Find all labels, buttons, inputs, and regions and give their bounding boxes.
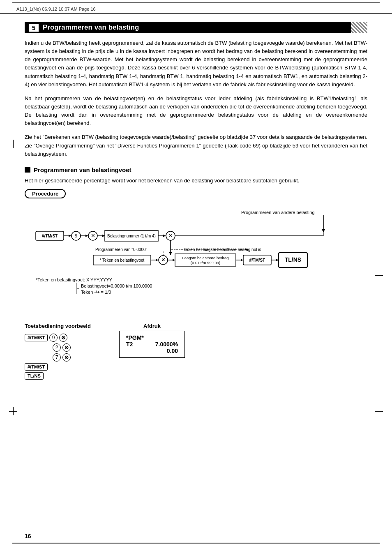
label-sign-rate: * Teken en belastingvoet <box>100 258 145 263</box>
print-box: *PGM* T2 7.0000% 0.00 <box>119 331 185 358</box>
ko-x3: ⊗ <box>62 353 71 362</box>
black-square-icon <box>25 167 30 173</box>
print-label-1: *PGM* <box>126 334 144 341</box>
label-other-tax: Programmeren van andere belasting <box>241 210 315 215</box>
print-row-1: *PGM* <box>126 334 178 341</box>
flow-diagram: Programmeren van andere belasting #/TM/S… <box>25 207 367 315</box>
page: A113_1(Ne) 06.9.12 10:07 AM Page 16 5 Pr… <box>0 0 392 555</box>
ko-2: 2 <box>53 343 61 352</box>
print-value-3: 0.00 <box>167 348 178 354</box>
ko-tlns: TL/NS <box>25 372 44 380</box>
reg-mark-tl <box>9 140 17 148</box>
cross-2: ✕ <box>168 233 173 239</box>
svg-marker-21 <box>156 259 158 261</box>
key-row-1: #/TM/ST 9 ⊗ <box>25 334 107 342</box>
svg-marker-7 <box>85 235 88 237</box>
key-tmst-2: #/TM/ST <box>249 258 265 263</box>
print-section: Afdruk *PGM* T2 7.0000% 0.00 <box>119 323 185 381</box>
key-9-flow: 9 <box>75 233 78 239</box>
svg-marker-27 <box>241 259 243 261</box>
page-number: 16 <box>25 533 31 539</box>
body-para-2: Na het programmeren van de belastingvoet… <box>25 94 367 128</box>
subsection-body: Het hier gespecificeerde percentage word… <box>25 177 367 185</box>
svg-marker-4 <box>69 235 71 237</box>
bottom-section: Toetsbediening voorbeeld #/TM/ST 9 ⊗ 2 ⊗… <box>25 323 367 381</box>
print-label-2: T2 <box>126 341 133 348</box>
header-bar: A113_1(Ne) 06.9.12 10:07 AM Page 16 <box>0 3 392 14</box>
section-number: 5 <box>29 24 39 32</box>
key-operation: Toetsbediening voorbeeld #/TM/ST 9 ⊗ 2 ⊗… <box>25 323 107 381</box>
procedure-badge: Procedure <box>25 189 66 198</box>
note3: Teken -/+ = 1/0 <box>81 290 111 295</box>
bottom-border <box>12 543 380 543</box>
section-stripe <box>351 22 367 33</box>
ko-x1: ⊗ <box>59 334 67 342</box>
label-if-zero: Indien het laagste belastbare bedrag nul… <box>184 247 261 252</box>
key-op-title: Toetsbediening voorbeeld <box>25 323 107 330</box>
body-para-3: Zie het "Berekenen van BTW (belasting to… <box>25 133 367 158</box>
print-title: Afdruk <box>119 323 185 329</box>
label-lowest-2: (0.01 t/m 999.99) <box>191 260 220 265</box>
cross-3: ✕ <box>161 257 166 263</box>
key-tlns: TL/NS <box>285 256 301 263</box>
key-row-4: #/TM/ST <box>25 363 107 371</box>
ko-9: 9 <box>49 334 58 342</box>
header-text: A113_1(Ne) 06.9.12 10:07 AM Page 16 <box>16 7 96 12</box>
reg-mark-mid-r <box>375 271 383 279</box>
key-row-2: 2 ⊗ <box>25 343 107 352</box>
svg-marker-24 <box>173 259 175 261</box>
cross-1: ✕ <box>91 233 95 239</box>
print-row-2: T2 7.0000% <box>126 341 178 348</box>
ko-tmst-2: #/TM/ST <box>25 363 48 371</box>
label-lowest-1: Laagste belastbare bedrag <box>182 256 228 260</box>
key-row-3: 7 ⊗ <box>25 353 107 362</box>
subsection-title: Programmeren van belastingvoet <box>25 166 367 173</box>
reg-mark-bl <box>9 407 17 415</box>
ko-7: 7 <box>53 353 61 362</box>
key-row-5: TL/NS <box>25 372 107 380</box>
ko-x2: ⊗ <box>62 343 71 352</box>
ko-tmst: #/TM/ST <box>25 334 48 341</box>
note2: Belastingvoet=0.0000 t/m 100.0000 <box>81 283 152 288</box>
svg-marker-1 <box>321 229 325 232</box>
print-value-2: 7.0000% <box>155 341 178 348</box>
print-row-3: 0.00 <box>126 348 178 354</box>
svg-marker-13 <box>163 235 166 237</box>
body-para-1: Indien u de BTW/belasting heeft geprogra… <box>25 39 367 89</box>
svg-marker-18 <box>169 252 172 255</box>
note1: *Teken en belastingvoet: X YYY.YYYY <box>36 277 113 282</box>
flow-svg: Programmeren van andere belasting #/TM/S… <box>25 207 367 313</box>
svg-marker-10 <box>102 235 105 237</box>
content: 5 Programmeren van belasting Indien u de… <box>0 14 392 398</box>
key-tmst-flow: #/TM/ST <box>42 234 58 238</box>
label-prog-zero: Programmeren van "0.0000" <box>95 247 148 252</box>
section-header: 5 Programmeren van belasting <box>25 22 367 33</box>
subsection-title-text: Programmeren van belastingvoet <box>34 166 131 173</box>
reg-mark-tr <box>375 140 383 148</box>
reg-mark-br <box>375 407 383 415</box>
label-tax-number: Belastingnummer (1 t/m 4) <box>107 234 156 238</box>
section-title: Programmeren van belasting <box>43 23 363 32</box>
